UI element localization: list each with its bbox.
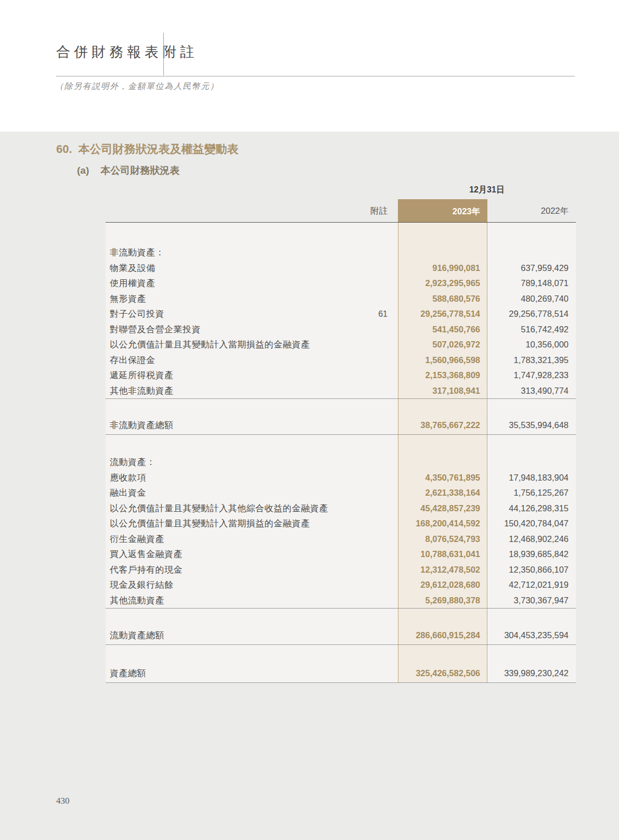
value-2023: 507,026,972 [398, 340, 487, 350]
row-label: 遞延所得税資產 [106, 369, 346, 381]
value-2023: 29,612,028,680 [398, 580, 487, 590]
row-label: 應收款項 [106, 472, 346, 484]
document-title: 合併財務報表附註 [56, 43, 198, 61]
value-2023: 29,256,778,514 [398, 309, 487, 319]
row-label: 以公允價值計量且其變動計入當期損益的金融資產 [106, 518, 346, 529]
table-total-row: 流動資產總額286,660,915,284304,453,235,594 [106, 626, 576, 644]
section-title: 本公司財務狀況表及權益變動表 [79, 143, 239, 156]
value-2023: 8,076,524,793 [398, 534, 487, 544]
table-body: 非流動資產：物業及設備916,990,081637,959,429使用權資產2,… [106, 222, 576, 683]
row-label: 非流動資產： [106, 247, 346, 259]
row-label: 流動資產： [106, 456, 346, 468]
value-2023: 45,428,857,239 [398, 503, 487, 513]
value-2022: 637,959,429 [487, 263, 576, 273]
row-label: 無形資產 [106, 293, 346, 305]
row-label: 存出保證金 [106, 354, 346, 366]
table-total-row: 資產總額325,426,582,506339,989,230,242 [106, 664, 576, 682]
value-2022: 150,420,784,047 [487, 519, 576, 528]
value-2022: 1,783,321,395 [487, 355, 576, 365]
row-label: 使用權資產 [106, 277, 346, 289]
value-2023: 916,990,081 [398, 263, 487, 273]
value-2022: 12,350,866,107 [487, 565, 576, 575]
column-header-2023: 2023年 [398, 199, 487, 222]
table-row: 現金及銀行結餘29,612,028,68042,712,021,919 [106, 577, 576, 593]
report-page: 合併財務報表附註 （除另有説明外，金額單位為人民幣元） 60.本公司財務狀況表及… [0, 0, 619, 840]
value-2022: 1,747,928,233 [487, 370, 576, 380]
row-label: 現金及銀行結餘 [106, 579, 346, 591]
row-spacer [106, 223, 576, 245]
row-label: 以公允價值計量且其變動計入當期損益的金融資產 [106, 339, 346, 351]
table-row: 買入返售金融資產10,788,631,04118,939,685,842 [106, 547, 576, 562]
table-section-row: 流動資產： [106, 455, 576, 470]
row-label: 衍生金融資產 [106, 533, 346, 545]
value-2023: 2,923,295,965 [398, 278, 487, 288]
value-2022: 29,256,778,514 [487, 309, 576, 319]
table-total-row: 非流動資產總額38,765,667,22235,535,994,648 [106, 416, 576, 434]
table-row: 衍生金融資產8,076,524,79312,468,902,246 [106, 532, 576, 547]
value-2022: 516,742,492 [487, 325, 576, 334]
row-label: 以公允價值計量且其變動計入其他綜合收益的金融資產 [106, 502, 346, 514]
table-row: 使用權資產2,923,295,965789,148,071 [106, 276, 576, 291]
note-column-header: 附註 [346, 205, 388, 222]
row-note: 61 [346, 309, 388, 319]
row-spacer [106, 399, 576, 416]
value-2022: 18,939,685,842 [487, 549, 576, 559]
table-row: 應收款項4,350,761,89517,948,183,904 [106, 470, 576, 486]
row-label: 物業及設備 [106, 262, 346, 274]
date-column-group-header: 12月31日 [398, 185, 576, 196]
row-label: 對聯營及合營企業投資 [106, 324, 346, 335]
row-spacer [106, 609, 576, 626]
row-label: 融出資金 [106, 487, 346, 499]
statement-of-financial-position-table: 12月31日 附註 2023年 2022年 非流動資產：物業及設備916,990… [106, 185, 576, 683]
table-row: 對子公司投資6129,256,778,51429,256,778,514 [106, 306, 576, 322]
row-label: 資產總額 [106, 667, 346, 679]
table-row: 其他非流動資產317,108,941313,490,774 [106, 383, 576, 399]
value-2023: 325,426,582,506 [398, 668, 487, 678]
value-2022: 44,126,298,315 [487, 503, 576, 513]
value-2023: 5,269,880,378 [398, 596, 487, 605]
row-divider [106, 682, 576, 683]
value-2023: 12,312,478,502 [398, 565, 487, 575]
table-row: 其他流動資產5,269,880,3783,730,367,947 [106, 593, 576, 609]
value-2022: 12,468,902,246 [487, 534, 576, 544]
table-row: 以公允價值計量且其變動計入當期損益的金融資產507,026,97210,356,… [106, 337, 576, 353]
value-2022: 1,756,125,267 [487, 488, 576, 498]
section-number: 60. [56, 143, 72, 156]
value-2022: 3,730,367,947 [487, 596, 576, 605]
value-2023: 317,108,941 [398, 386, 487, 396]
row-label: 非流動資產總額 [106, 419, 346, 431]
row-spacer [106, 645, 576, 664]
value-2023: 4,350,761,895 [398, 473, 487, 483]
value-2023: 38,765,667,222 [398, 420, 487, 430]
column-header-2022: 2022年 [487, 205, 576, 222]
table-row: 遞延所得税資產2,153,368,8091,747,928,233 [106, 368, 576, 383]
value-2023: 10,788,631,041 [398, 549, 487, 559]
value-2022: 789,148,071 [487, 278, 576, 288]
row-label: 其他非流動資產 [106, 385, 346, 397]
value-2023: 588,680,576 [398, 294, 487, 304]
title-vertical-divider [163, 33, 164, 75]
value-2022: 304,453,235,594 [487, 630, 576, 640]
row-label: 流動資產總額 [106, 629, 346, 641]
row-label: 對子公司投資 [106, 308, 346, 320]
subsection-heading: (a)本公司財務狀況表 [77, 164, 179, 177]
table-row: 以公允價值計量且其變動計入其他綜合收益的金融資產45,428,857,23944… [106, 501, 576, 516]
value-2023: 2,621,338,164 [398, 488, 487, 498]
table-row: 以公允價值計量且其變動計入當期損益的金融資產168,200,414,592150… [106, 516, 576, 532]
value-2022: 480,269,740 [487, 294, 576, 304]
value-2022: 17,948,183,904 [487, 473, 576, 483]
page-header-band: 合併財務報表附註 （除另有説明外，金額單位為人民幣元） [0, 0, 619, 132]
value-2022: 339,989,230,242 [487, 668, 576, 678]
row-label: 其他流動資產 [106, 595, 346, 606]
table-row: 代客戶持有的現金12,312,478,50212,350,866,107 [106, 562, 576, 578]
table-row: 融出資金2,621,338,1641,756,125,267 [106, 485, 576, 501]
value-2023: 2,153,368,809 [398, 370, 487, 380]
value-2023: 168,200,414,592 [398, 519, 487, 528]
table-section-row: 非流動資產： [106, 245, 576, 261]
value-2023: 1,560,966,598 [398, 355, 487, 365]
table-row: 對聯營及合營企業投資541,450,766516,742,492 [106, 322, 576, 338]
value-2022: 35,535,994,648 [487, 420, 576, 430]
section-heading: 60.本公司財務狀況表及權益變動表 [56, 141, 239, 157]
table-row: 物業及設備916,990,081637,959,429 [106, 261, 576, 276]
subsection-number: (a) [77, 165, 89, 176]
